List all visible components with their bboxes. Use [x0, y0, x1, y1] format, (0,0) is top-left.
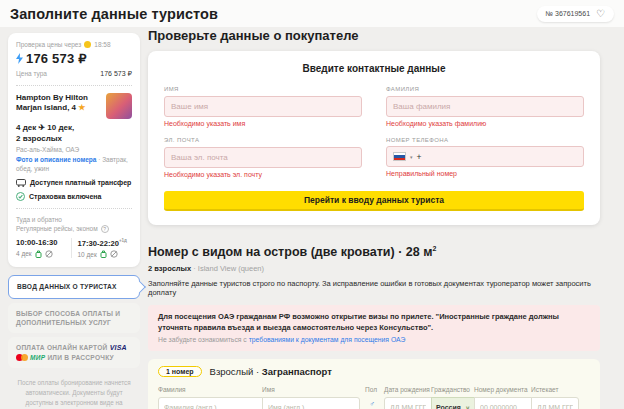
price-check-timer: 18:58	[94, 41, 110, 48]
hotel-name: Hampton By Hilton Marjan Island, 4 ★	[16, 93, 100, 119]
price-check-timer-row: Проверка цены через 18:58	[16, 41, 132, 48]
flight-direction: Туда и обратно	[16, 216, 132, 223]
col-gender: Пол	[365, 386, 379, 393]
phone-field: НОМЕР ТЕЛЕФОНА ▾ + Неправильный номер	[386, 137, 584, 178]
first-name-field: ИМЯ Необходимо указать имя	[164, 86, 362, 127]
total-price: 176 573 ₽	[26, 51, 87, 66]
phone-input[interactable]: ▾ +	[386, 146, 584, 167]
room-title-text: Номер с видом на остров (две кровати) · …	[148, 245, 432, 259]
tourist-card-header: 1 номер Взрослый · Загранпаспорт	[158, 366, 590, 377]
tour-price-row: Цена тура 176 573 ₽	[16, 70, 132, 78]
last-name-field: ФАМИЛИЯ Необходимо указать фамилию	[386, 86, 584, 127]
tourist-table-headers: Фамилия Имя Пол Дата рождения Гражданств…	[158, 386, 590, 393]
tourist-row: ♂ ♀ Россия ∨	[158, 397, 590, 409]
flight-type: Регулярные рейсы, эконом	[16, 225, 98, 232]
step3-text-prefix: ОПЛАТА ОНЛАЙН КАРТОЙ	[16, 344, 108, 351]
return-flight: 17:30-22:20+1д 10 дек	[71, 238, 133, 259]
baggage-icon	[100, 250, 107, 258]
gender-toggle[interactable]: ♂ ♀	[365, 397, 379, 409]
transfer-perk: Доступен платный трансфер	[16, 179, 132, 187]
passport-note: Заполняйте данные туристов строго по пас…	[148, 279, 600, 297]
shield-check-icon	[16, 192, 25, 201]
col-surname: Фамилия	[158, 386, 263, 393]
first-name-error: Необходимо указать имя	[164, 120, 362, 127]
lightning-icon	[16, 53, 23, 64]
price-summary-card: Проверка цены через 18:58 176 573 ₽ Цена…	[8, 33, 140, 267]
hotel-thumbnail[interactable]	[106, 93, 132, 119]
divider	[16, 208, 132, 209]
tourist-type-text: Взрослый ·	[210, 366, 262, 377]
buyer-section-heading: Проверьте данные о покупателе	[148, 28, 600, 43]
col-birthdate: Дата рождения	[384, 386, 432, 393]
tourist-surname-input[interactable]	[158, 397, 263, 409]
email-field: ЭЛ. ПОЧТА Необходимо указать эл. почту	[164, 137, 362, 178]
return-date: 10 дек	[78, 251, 97, 258]
room-photos-link[interactable]: Фото и описание номера	[16, 156, 96, 163]
email-input[interactable]	[164, 147, 362, 168]
tourist-name-input[interactable]	[262, 397, 360, 409]
tourist-type-label: Взрослый · Загранпаспорт	[210, 366, 332, 377]
top-bar: Заполните данные туристов № 367619561 ♡	[0, 0, 624, 27]
visa-requirements-prefix: Не забудьте ознакомиться с	[158, 336, 249, 343]
no-hand-luggage-icon	[110, 250, 118, 258]
step-payment-method[interactable]: ВЫБОР СПОСОБА ОПЛАТЫ И ДОПОЛНИТЕЛЬНЫХ УС…	[8, 303, 140, 333]
col-document-number: Номер документа	[474, 386, 532, 393]
expiry-date-input[interactable]	[531, 397, 579, 409]
order-number-pill: № 367619561 ♡	[537, 6, 614, 22]
email-error: Необходимо указать эл. почту	[164, 171, 362, 178]
outbound-date: 4 дек	[16, 250, 32, 257]
visa-warning-text: Для посещения ОАЭ гражданам РФ возможно …	[158, 311, 590, 334]
first-name-input[interactable]	[164, 96, 362, 117]
citizenship-select[interactable]: Россия ∨	[431, 397, 475, 409]
flight-type-row: Регулярные рейсы, эконом ?	[16, 225, 132, 233]
col-citizenship: Гражданство	[431, 386, 475, 393]
last-name-error: Необходимо указать фамилию	[386, 120, 584, 127]
document-type-text: Загранпаспорт	[262, 366, 332, 377]
favorite-heart-icon[interactable]: ♡	[596, 9, 605, 19]
russia-flag-icon	[393, 152, 406, 161]
last-name-label: ФАМИЛИЯ	[386, 86, 584, 92]
transfer-perk-label: Доступен платный трансфер	[30, 179, 131, 186]
flight-times: 10:00-16:30 4 дек 17:30-22:20+1д 10 дек	[16, 238, 132, 259]
step-online-payment[interactable]: ОПЛАТА ОНЛАЙН КАРТОЙ VISA МИР ИЛИ В РАСС…	[8, 337, 140, 368]
tourist-data-card: 1 номер Взрослый · Загранпаспорт Фамилия…	[148, 359, 600, 409]
step-tourist-data[interactable]: ВВОД ДАННЫХ О ТУРИСТАХ	[8, 275, 140, 298]
total-price-row: 176 573 ₽	[16, 51, 132, 66]
visa-warning-box: Для посещения ОАЭ гражданам РФ возможно …	[148, 305, 600, 351]
order-number: № 367619561	[546, 10, 591, 17]
phone-value: +	[417, 152, 422, 162]
last-name-input[interactable]	[386, 96, 584, 117]
birthdate-input[interactable]	[384, 397, 432, 409]
tour-price-value: 176 573 ₽	[100, 70, 132, 78]
room-guests: 2 взрослых	[148, 264, 191, 273]
mir-logo: МИР	[30, 354, 45, 361]
insurance-perk-label: Страховка включена	[29, 193, 101, 200]
visa-logo: VISA	[110, 344, 127, 351]
contact-fields-grid: ИМЯ Необходимо указать имя ФАМИЛИЯ Необх…	[164, 86, 584, 178]
main-content: Проверьте данные о покупателе Введите ко…	[148, 26, 600, 409]
contact-data-card: Введите контактные данные ИМЯ Необходимо…	[148, 51, 600, 225]
baggage-icon	[35, 250, 42, 258]
visa-requirements-link[interactable]: требованиями к документам для посещения …	[249, 336, 406, 343]
price-check-label: Проверка цены через	[16, 41, 81, 48]
payment-footnote: После оплаты бронирование начнется автом…	[8, 378, 140, 409]
phone-error: Неправильный номер	[386, 170, 584, 177]
contact-card-title: Введите контактные данные	[164, 63, 584, 74]
checkout-steps: ВВОД ДАННЫХ О ТУРИСТАХ ВЫБОР СПОСОБА ОПЛ…	[8, 275, 140, 368]
col-expiry: Истекает	[531, 386, 579, 393]
male-icon: ♂	[369, 400, 374, 407]
info-icon[interactable]: ?	[101, 225, 109, 233]
outbound-date-row: 4 дек	[16, 250, 71, 258]
sidebar: Проверка цены через 18:58 176 573 ₽ Цена…	[8, 33, 140, 409]
room-area-sup: 2	[432, 245, 436, 252]
trip-guests: 2 взрослых	[16, 134, 132, 143]
email-label: ЭЛ. ПОЧТА	[164, 137, 362, 143]
no-hand-luggage-icon	[45, 250, 53, 258]
step3-text-suffix: ИЛИ В РАССРОЧКУ	[47, 354, 114, 361]
return-time-text: 17:30-22:20	[78, 238, 119, 247]
document-number-input[interactable]	[474, 397, 532, 409]
return-day-shift: +1д	[119, 238, 127, 243]
chevron-down-icon: ▾	[410, 154, 413, 160]
hotel-row: Hampton By Hilton Marjan Island, 4 ★	[16, 93, 132, 119]
go-to-tourist-data-button[interactable]: Перейти к вводу данных туриста	[164, 191, 584, 211]
